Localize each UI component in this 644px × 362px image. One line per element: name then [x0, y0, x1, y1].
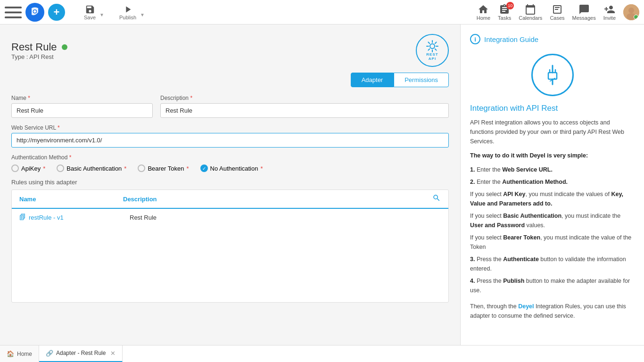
save-dropdown-arrow[interactable]: ▼	[99, 7, 104, 17]
right-panel: i Integration Guide Integration with API…	[460, 25, 644, 345]
guide-footer: Then, through the Deyel Integration Rule…	[470, 302, 635, 321]
auth-option-apikey[interactable]: ApiKey *	[11, 165, 45, 172]
page-title: Rest Rule	[11, 41, 57, 53]
table-header: Name Description	[12, 190, 448, 209]
svg-rect-0	[5, 7, 22, 8]
nav-right: Home 10 Tasks Calendars Cases Messages I…	[477, 4, 639, 21]
adapter-tab-close[interactable]: ✕	[110, 350, 116, 357]
url-input[interactable]	[11, 133, 449, 148]
guide-intro: API Rest integration allows you to acces…	[470, 118, 635, 146]
row-desc: Rest Rule	[130, 214, 441, 221]
name-field-group: Name *	[11, 95, 153, 118]
messages-nav-item[interactable]: Messages	[572, 4, 596, 21]
url-row: Web Service URL *	[11, 124, 449, 148]
radio-basic[interactable]	[57, 165, 64, 172]
page-header: Rest Rule Type : API Rest REST API	[11, 34, 449, 67]
adapter-tab-icon: 🔗	[46, 350, 53, 357]
desc-label: Description *	[160, 95, 449, 101]
bottom-tab-bar: 🏠 Home 🔗 Adapter - Rest Rule ✕	[0, 345, 644, 362]
guide-icon-wrap	[470, 54, 635, 96]
svg-point-9	[430, 44, 435, 49]
name-input[interactable]	[11, 103, 153, 118]
status-indicator	[62, 44, 67, 50]
tasks-nav-item[interactable]: 10 Tasks	[498, 4, 511, 21]
rules-section: Rules using this adapter Name Descriptio…	[11, 179, 449, 303]
auth-section: Authentication Method * ApiKey * Basic A…	[11, 154, 449, 172]
guide-step-2b: If you select Basic Authentication, you …	[470, 211, 635, 230]
auth-option-none[interactable]: No Authentication *	[200, 165, 263, 172]
bottom-tab-adapter[interactable]: 🔗 Adapter - Rest Rule ✕	[39, 346, 123, 362]
svg-rect-11	[548, 73, 557, 79]
name-label: Name *	[11, 95, 153, 101]
url-field-group: Web Service URL *	[11, 124, 449, 148]
row-name[interactable]: restRule - v1	[29, 214, 130, 221]
desc-input[interactable]	[160, 103, 449, 118]
page-title-section: Rest Rule Type : API Rest	[11, 41, 67, 60]
col-name-header: Name	[19, 196, 123, 203]
table-row: 🗐 restRule - v1 Rest Rule	[12, 209, 448, 226]
guide-step-1: 1. Enter the Web Service URL.	[470, 165, 635, 174]
radio-apikey[interactable]	[11, 165, 19, 172]
publish-action-group: Publish ▼	[116, 4, 145, 20]
tab-permissions[interactable]: Permissions	[394, 73, 449, 87]
invite-nav-item[interactable]: Invite	[603, 4, 616, 21]
auth-method-label: Authentication Method *	[11, 154, 449, 161]
svg-rect-4	[555, 7, 560, 8]
svg-rect-2	[5, 16, 22, 18]
col-desc-header: Description	[123, 196, 432, 203]
radio-none[interactable]	[200, 165, 208, 172]
guide-section-title: Integration with API Rest	[470, 104, 635, 113]
tasks-badge: 10	[506, 2, 514, 9]
guide-title: Integration Guide	[484, 35, 538, 43]
gear-icon	[426, 40, 439, 53]
name-desc-row: Name * Description *	[11, 95, 449, 118]
save-button[interactable]: Save	[80, 4, 99, 20]
plug-icon-circle	[531, 54, 574, 96]
rest-api-logo: REST API	[416, 34, 449, 67]
radio-bearer[interactable]	[138, 165, 145, 172]
user-avatar[interactable]	[623, 4, 639, 20]
calendars-nav-item[interactable]: Calendars	[519, 4, 542, 21]
info-icon: i	[470, 34, 480, 44]
guide-step-2c: If you select Bearer Token, you must ind…	[470, 233, 635, 252]
top-navigation: + Save ▼ Publish ▼ Home 10 Tasks	[0, 0, 644, 25]
svg-point-8	[627, 13, 636, 20]
svg-rect-1	[5, 11, 22, 13]
auth-options: ApiKey * Basic Authentication * Bearer T…	[11, 165, 449, 172]
guide-step-2a: If you select API Key, you must indicate…	[470, 189, 635, 208]
auth-option-basic[interactable]: Basic Authentication *	[57, 165, 126, 172]
nav-left: + Save ▼ Publish ▼	[5, 3, 477, 22]
desc-field-group: Description *	[160, 95, 449, 118]
home-tab-label: Home	[17, 351, 32, 357]
guide-step-3: 3. Press the Authenticate button to vali…	[470, 255, 635, 273]
svg-rect-5	[555, 9, 558, 10]
svg-point-7	[628, 8, 634, 13]
home-tab-icon: 🏠	[7, 350, 14, 357]
plug-icon	[541, 63, 564, 87]
main-layout: Rest Rule Type : API Rest REST API Adapt…	[0, 25, 644, 345]
row-icon: 🗐	[19, 214, 26, 221]
app-logo	[25, 3, 44, 22]
content-area: Rest Rule Type : API Rest REST API Adapt…	[0, 25, 460, 345]
hamburger-button[interactable]	[5, 4, 22, 21]
publish-button[interactable]: Publish	[116, 4, 140, 20]
guide-step-4: 4. Press the Publish button to make the …	[470, 276, 635, 295]
guide-header: i Integration Guide	[470, 34, 635, 44]
bottom-tab-home[interactable]: 🏠 Home	[0, 346, 39, 362]
auth-option-bearer[interactable]: Bearer Token *	[138, 165, 189, 172]
adapter-tab-label: Adapter - Rest Rule	[56, 350, 106, 356]
guide-step-2: 2. Enter the Authentication Method.	[470, 177, 635, 187]
tabs-row: Adapter Permissions	[11, 73, 449, 87]
cases-nav-item[interactable]: Cases	[550, 4, 564, 21]
add-button[interactable]: +	[48, 4, 65, 21]
type-label: Type : API Rest	[11, 53, 67, 60]
tab-adapter[interactable]: Adapter	[351, 73, 394, 87]
save-action-group: Save ▼	[80, 4, 104, 20]
url-label: Web Service URL *	[11, 124, 449, 131]
table-search-button[interactable]	[432, 194, 441, 204]
rules-table: Name Description 🗐 restRule - v1 Rest Ru…	[11, 189, 449, 303]
page-title-row: Rest Rule	[11, 41, 67, 53]
rules-label: Rules using this adapter	[11, 179, 449, 186]
publish-dropdown-arrow[interactable]: ▼	[140, 7, 145, 17]
home-nav-item[interactable]: Home	[477, 4, 490, 21]
